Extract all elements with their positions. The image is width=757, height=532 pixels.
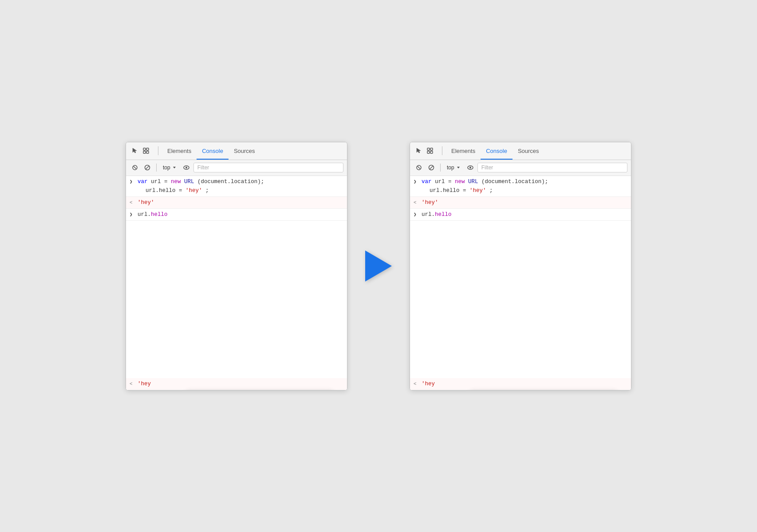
console-content-left: ❯ var url = new URL (document.location);…: [126, 176, 347, 390]
tab-sources-left[interactable]: Sources: [229, 142, 260, 160]
tab-elements-right[interactable]: Elements: [446, 142, 481, 160]
arrow-right-r2: ❯: [414, 211, 419, 219]
arrow-left-r1: <: [414, 199, 419, 207]
clear-console-btn-right[interactable]: [414, 162, 424, 173]
code-r4: 'hey: [422, 379, 627, 388]
tab-icon-group: [130, 146, 151, 156]
tab-sources-right[interactable]: Sources: [513, 142, 544, 160]
svg-rect-14: [430, 151, 433, 153]
cursor-icon[interactable]: [130, 146, 139, 156]
svg-point-10: [185, 167, 187, 168]
tab-divider: [158, 146, 158, 155]
left-devtools-panel: Elements Console Sources: [126, 142, 347, 391]
code-3: url.hello: [138, 210, 343, 219]
toolbar-right: top Filter: [410, 160, 631, 176]
code-r1: var url = new URL (document.location); u…: [422, 177, 627, 195]
svg-rect-2: [143, 151, 146, 153]
right-arrow-shape: [365, 250, 392, 282]
svg-rect-12: [430, 148, 433, 150]
svg-point-21: [469, 167, 471, 168]
svg-line-5: [134, 166, 136, 169]
console-line-r3: ❯ url.hello: [410, 209, 631, 221]
toolbar-divider-right: [440, 164, 441, 172]
console-line-r4: < 'hey: [410, 378, 631, 390]
toolbar-left: top Filter: [126, 160, 347, 176]
inspect-icon-right[interactable]: [425, 146, 435, 156]
console-line-3: ❯ url.hello: [126, 209, 347, 221]
svg-line-16: [418, 166, 420, 169]
svg-line-18: [430, 166, 433, 169]
svg-rect-11: [427, 148, 430, 150]
svg-rect-3: [146, 151, 149, 153]
tab-elements-left[interactable]: Elements: [162, 142, 197, 160]
tabs-bar-right: Elements Console Sources: [410, 142, 631, 160]
console-line-2: < 'hey': [126, 197, 347, 209]
context-selector-right[interactable]: top: [444, 164, 463, 172]
context-selector-left[interactable]: top: [160, 164, 179, 172]
arrow-connector: [365, 250, 392, 282]
arrow-right-1: ❯: [130, 178, 135, 186]
inspect-icon[interactable]: [141, 146, 151, 156]
tab-icon-group-right: [414, 146, 435, 156]
filter-input-left[interactable]: Filter: [193, 163, 343, 172]
code-1: var url = new URL (document.location); u…: [138, 177, 343, 195]
arrow-left-2: <: [130, 380, 135, 388]
svg-marker-8: [173, 167, 176, 168]
console-line-r2: < 'hey': [410, 197, 631, 209]
arrow-right-r1: ❯: [414, 178, 419, 186]
code-4: 'hey: [138, 379, 343, 388]
tab-divider-right: [442, 146, 442, 155]
block-icon-left[interactable]: [142, 162, 153, 173]
block-icon-right[interactable]: [426, 162, 437, 173]
code-r3: url.hello: [422, 210, 627, 219]
svg-rect-13: [427, 151, 430, 153]
tabs-bar-left: Elements Console Sources: [126, 142, 347, 160]
autocomplete-dropdown-left[interactable]: hello __defineGetter__ __defineSetter__ …: [186, 390, 333, 391]
svg-rect-1: [146, 148, 149, 150]
arrow-right-2: ❯: [130, 211, 135, 219]
eye-icon-right[interactable]: [465, 162, 476, 173]
code-r2: 'hey': [422, 198, 627, 207]
console-content-right: ❯ var url = new URL (document.location);…: [410, 176, 631, 390]
filter-input-right[interactable]: Filter: [477, 163, 627, 172]
right-devtools-panel: Elements Console Sources: [410, 142, 631, 391]
toolbar-divider-left: [156, 164, 157, 172]
autocomplete-wrapper-right: ❯ url.hello hello hash host hostname hre…: [410, 209, 631, 390]
tab-console-right[interactable]: Console: [481, 142, 513, 160]
code-2: 'hey': [138, 198, 343, 207]
console-line-4: < 'hey: [126, 378, 347, 390]
autocomplete-dropdown-right[interactable]: hello hash host hostname href origin pas…: [470, 390, 617, 391]
svg-rect-0: [143, 148, 146, 150]
eye-icon-left[interactable]: [181, 162, 192, 173]
svg-marker-19: [457, 167, 460, 168]
console-line-r1: ❯ var url = new URL (document.location);…: [410, 176, 631, 197]
tab-console-left[interactable]: Console: [197, 142, 229, 160]
clear-console-btn[interactable]: [130, 162, 140, 173]
console-line-1: ❯ var url = new URL (document.location);…: [126, 176, 347, 197]
arrow-left-r2: <: [414, 380, 419, 388]
cursor-icon-right[interactable]: [414, 146, 423, 156]
autocomplete-wrapper-left: ❯ url.hello hello __defineGetter__ __def…: [126, 209, 347, 390]
arrow-left-1: <: [130, 199, 135, 207]
svg-line-7: [146, 166, 149, 169]
